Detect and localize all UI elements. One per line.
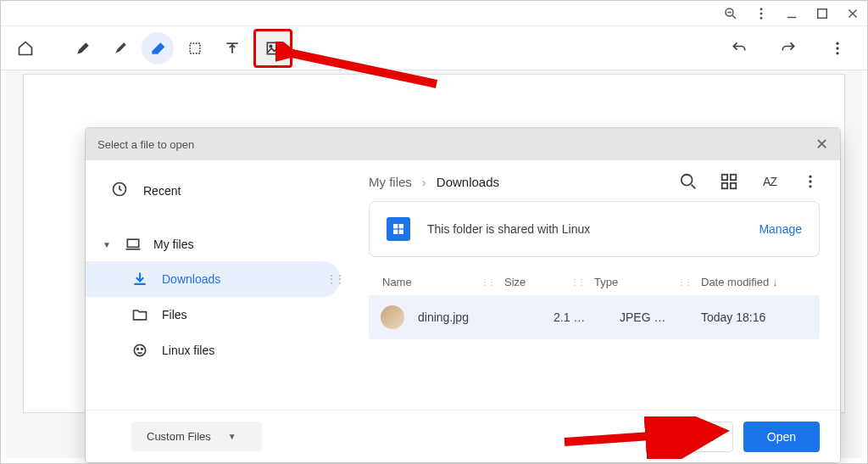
pen-tool[interactable] — [67, 32, 99, 64]
redo-button[interactable] — [772, 32, 804, 64]
recent-item[interactable]: Recent — [86, 169, 348, 212]
file-type-select[interactable]: Custom Files ▼ — [131, 422, 262, 451]
maximize-icon[interactable] — [815, 6, 830, 21]
col-type[interactable]: Type — [594, 276, 670, 288]
column-resize-icon[interactable]: ⋮⋮ — [570, 277, 584, 287]
cancel-button[interactable]: Cancel — [657, 422, 733, 452]
file-date: Today 18:16 — [701, 310, 811, 324]
file-thumbnail — [381, 305, 404, 329]
svg-rect-33 — [393, 224, 398, 228]
grid-view-icon[interactable] — [720, 172, 738, 191]
tree-downloads[interactable]: Downloads ⋮⋮ — [86, 261, 340, 297]
tree-linux-files[interactable]: Linux files — [86, 333, 340, 368]
sort-az-button[interactable]: AZ — [760, 172, 779, 191]
drag-handle-icon: ⋮⋮ — [326, 273, 343, 285]
caret-down-icon: ▼ — [103, 240, 113, 249]
svg-rect-19 — [127, 239, 138, 247]
svg-rect-27 — [731, 175, 736, 180]
download-icon — [131, 271, 148, 288]
column-resize-icon[interactable]: ⋮⋮ — [677, 277, 691, 287]
column-headers: Name ⋮⋮ Size ⋮⋮ Type ⋮⋮ Date modified↓ — [369, 269, 820, 295]
column-resize-icon[interactable]: ⋮⋮ — [481, 277, 494, 287]
svg-point-21 — [134, 344, 145, 355]
file-open-dialog: Select a file to open ✕ Recent ▼ My file… — [86, 128, 840, 462]
file-type-label: Custom Files — [147, 430, 211, 443]
more-icon[interactable] — [754, 6, 769, 21]
home-button[interactable] — [9, 32, 42, 64]
close-icon[interactable]: ✕ — [815, 135, 828, 154]
breadcrumb: My files › Downloads — [369, 175, 499, 189]
svg-point-24 — [682, 175, 693, 186]
marker-tool[interactable] — [104, 32, 136, 64]
file-name: dining.jpg — [418, 310, 554, 324]
file-sidebar: Recent ▼ My files Downloads ⋮⋮ Files — [86, 160, 348, 410]
eraser-tool[interactable] — [142, 32, 174, 64]
svg-rect-36 — [399, 230, 403, 234]
caret-down-icon: ▼ — [228, 432, 236, 441]
file-row[interactable]: dining.jpg 2.1 … JPEG … Today 18:16 — [369, 295, 820, 339]
svg-point-4 — [760, 12, 763, 14]
svg-rect-7 — [818, 8, 827, 18]
manage-link[interactable]: Manage — [759, 222, 802, 236]
svg-rect-35 — [393, 230, 398, 234]
svg-point-15 — [836, 47, 838, 49]
share-message: This folder is shared with Linux — [427, 222, 590, 236]
file-type: JPEG … — [620, 310, 701, 324]
search-icon[interactable] — [679, 172, 698, 191]
align-tool[interactable] — [216, 32, 248, 64]
close-window-icon[interactable] — [845, 6, 860, 21]
svg-point-22 — [137, 349, 139, 350]
select-tool[interactable] — [179, 32, 211, 64]
folder-icon — [131, 306, 148, 323]
undo-button[interactable] — [723, 32, 755, 64]
more-options-icon[interactable] — [801, 172, 820, 191]
svg-rect-12 — [267, 42, 278, 53]
clock-icon — [111, 181, 128, 200]
svg-rect-28 — [722, 183, 727, 188]
svg-point-13 — [270, 45, 272, 48]
tree-root-label: My files — [153, 238, 193, 251]
tree-child-label: Downloads — [162, 272, 220, 286]
linux-icon — [131, 342, 148, 359]
svg-point-23 — [142, 349, 143, 350]
svg-rect-34 — [399, 224, 403, 228]
col-date[interactable]: Date modified↓ — [701, 276, 811, 288]
col-size[interactable]: Size — [504, 276, 564, 288]
svg-rect-10 — [190, 43, 200, 53]
minimize-icon[interactable] — [784, 6, 799, 21]
dialog-title: Select a file to open — [97, 138, 194, 151]
svg-rect-26 — [722, 175, 727, 180]
crumb-parent[interactable]: My files — [369, 175, 412, 189]
tree-files[interactable]: Files — [86, 297, 340, 333]
chevron-right-icon: › — [422, 175, 426, 189]
tree-child-label: Files — [162, 308, 187, 321]
svg-line-25 — [692, 185, 696, 189]
open-button[interactable]: Open — [743, 422, 820, 452]
overflow-menu[interactable] — [821, 32, 854, 64]
col-name[interactable]: Name — [377, 276, 474, 288]
tree-my-files[interactable]: ▼ My files — [86, 227, 348, 261]
svg-point-14 — [836, 42, 838, 44]
svg-point-5 — [760, 16, 763, 19]
recent-label: Recent — [143, 184, 181, 198]
svg-point-30 — [809, 176, 811, 178]
svg-line-1 — [732, 15, 736, 19]
svg-point-32 — [809, 185, 811, 187]
share-banner: This folder is shared with Linux Manage — [369, 201, 820, 257]
svg-point-31 — [809, 180, 811, 182]
file-size: 2.1 … — [554, 310, 620, 324]
sort-desc-icon: ↓ — [772, 276, 778, 288]
crumb-current: Downloads — [437, 175, 499, 189]
svg-rect-29 — [731, 183, 736, 188]
tree-child-label: Linux files — [162, 344, 214, 357]
laptop-icon — [125, 236, 142, 253]
insert-image-button[interactable] — [253, 29, 292, 68]
zoom-out-icon[interactable] — [723, 6, 738, 21]
shared-folder-icon — [387, 217, 410, 241]
svg-point-3 — [760, 8, 763, 10]
svg-point-16 — [836, 52, 838, 54]
